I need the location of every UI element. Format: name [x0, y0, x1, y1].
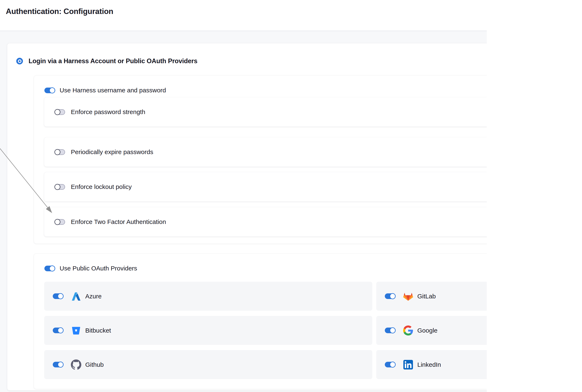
- radio-selected-icon[interactable]: [16, 58, 23, 64]
- azure-icon: [71, 291, 81, 302]
- radio-row-harness-oauth: Login via a Harness Account or Public OA…: [16, 57, 197, 65]
- page-title: Authentication: Configuration: [6, 7, 113, 16]
- two-factor-auth-toggle[interactable]: [55, 219, 65, 225]
- expire-passwords-label: Periodically expire passwords: [71, 148, 153, 156]
- content-panel: Login via a Harness Account or Public OA…: [0, 31, 487, 392]
- bitbucket-icon: [71, 325, 81, 336]
- oauth-providers-group: Use Public OAuth Providers Azure: [34, 254, 487, 389]
- toggle-knob: [390, 362, 396, 368]
- toggle-knob: [57, 293, 63, 299]
- gitlab-toggle[interactable]: [385, 293, 395, 299]
- toggle-knob: [54, 109, 60, 115]
- bitbucket-toggle[interactable]: [53, 328, 63, 333]
- toggle-knob: [57, 362, 63, 368]
- google-icon: [403, 325, 414, 336]
- provider-tile-bitbucket: Bitbucket: [44, 316, 372, 345]
- radio-label: Login via a Harness Account or Public OA…: [28, 57, 197, 65]
- login-method-card: Login via a Harness Account or Public OA…: [7, 43, 487, 390]
- two-factor-auth-label: Enforce Two Factor Authentication: [71, 218, 166, 226]
- toggle-knob: [54, 219, 60, 225]
- github-icon: [71, 359, 81, 370]
- provider-label: Google: [417, 327, 438, 334]
- toggle-knob: [54, 149, 60, 155]
- provider-tiles-grid: Azure: [44, 282, 487, 379]
- use-harness-username-password-label: Use Harness username and password: [60, 87, 166, 94]
- azure-toggle[interactable]: [53, 293, 63, 299]
- toggle-knob: [49, 87, 55, 94]
- expire-passwords-toggle[interactable]: [55, 149, 65, 155]
- radio-inner-ring: [18, 60, 21, 63]
- toggle-knob: [390, 293, 396, 299]
- provider-tile-linkedin: LinkedIn: [376, 350, 487, 379]
- provider-label: GitLab: [417, 293, 436, 300]
- provider-tile-github: Github: [44, 350, 372, 379]
- toggle-knob: [54, 184, 60, 190]
- github-toggle[interactable]: [53, 362, 63, 368]
- lockout-policy-toggle[interactable]: [55, 184, 65, 190]
- radio-dot: [19, 60, 21, 62]
- use-public-oauth-row: Use Public OAuth Providers: [44, 263, 137, 274]
- lockout-policy-label: Enforce lockout policy: [71, 183, 132, 190]
- provider-tile-gitlab: GitLab: [376, 282, 487, 311]
- use-public-oauth-label: Use Public OAuth Providers: [60, 265, 137, 272]
- gitlab-icon: [403, 291, 414, 302]
- google-toggle[interactable]: [385, 328, 395, 333]
- auth-configuration-page: Authentication: Configuration Login via …: [0, 0, 487, 392]
- provider-label: Bitbucket: [85, 327, 111, 334]
- toggle-knob: [390, 327, 396, 334]
- option-row-password-strength: Enforce password strength: [44, 97, 487, 126]
- password-strength-toggle[interactable]: [55, 109, 65, 115]
- use-public-oauth-toggle[interactable]: [44, 266, 55, 271]
- username-password-group: Use Harness username and password Enforc…: [34, 76, 487, 244]
- password-strength-label: Enforce password strength: [71, 108, 145, 116]
- option-row-expire-passwords: Periodically expire passwords: [44, 138, 487, 166]
- linkedin-toggle[interactable]: [385, 362, 395, 368]
- linkedin-icon: [403, 359, 414, 370]
- provider-tile-google: Google: [376, 316, 487, 345]
- provider-label: Github: [85, 361, 104, 368]
- toggle-knob: [57, 327, 63, 334]
- toggle-knob: [49, 266, 55, 272]
- option-row-lockout-policy: Enforce lockout policy: [44, 172, 487, 202]
- use-harness-username-password-row: Use Harness username and password: [44, 85, 166, 96]
- use-harness-username-password-toggle[interactable]: [44, 88, 55, 93]
- option-row-two-factor-auth: Enforce Two Factor Authentication: [44, 207, 487, 236]
- provider-tile-azure: Azure: [44, 282, 372, 311]
- provider-label: Azure: [85, 293, 101, 300]
- provider-label: LinkedIn: [417, 361, 441, 368]
